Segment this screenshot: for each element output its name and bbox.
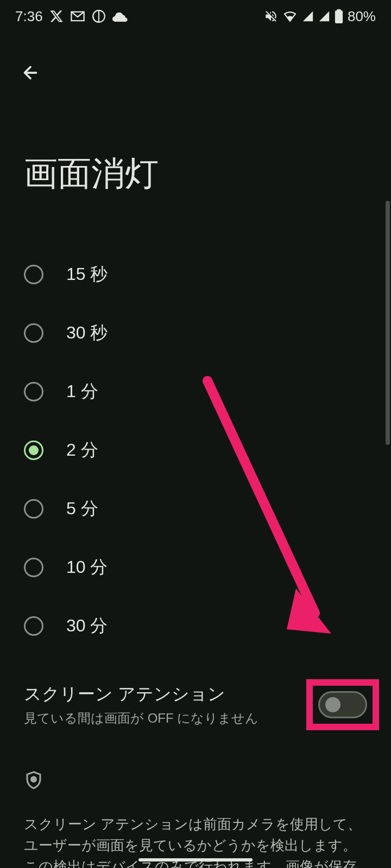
- screen-attention-toggle[interactable]: [318, 691, 367, 718]
- toggle-text: スクリーン アテンション 見ている間は画面が OFF になりません: [24, 682, 318, 727]
- radio-circle: [24, 616, 43, 636]
- radio-option-30m[interactable]: 30 分: [24, 597, 367, 655]
- radio-option-1m[interactable]: 1 分: [24, 362, 367, 421]
- radio-label: 15 秒: [66, 263, 108, 286]
- radio-option-10m[interactable]: 10 分: [24, 538, 367, 597]
- svg-rect-2: [337, 9, 340, 11]
- radio-label: 1 分: [66, 380, 98, 404]
- status-bar: 7:36 80%: [0, 0, 391, 33]
- svg-rect-1: [335, 10, 343, 23]
- toggle-knob: [325, 697, 340, 712]
- status-left: 7:36: [15, 8, 129, 25]
- signal-icon-1: [302, 10, 314, 22]
- status-time: 7:36: [15, 8, 43, 25]
- radio-circle: [24, 499, 43, 519]
- screen-attention-subtitle: 見ている間は画面が OFF になりません: [24, 710, 318, 727]
- nav-indicator[interactable]: [138, 858, 253, 861]
- radio-circle: [24, 323, 43, 343]
- x-icon: [49, 9, 64, 23]
- radio-option-30s[interactable]: 30 秒: [24, 304, 367, 362]
- toggle-container: [318, 691, 367, 718]
- radio-circle-selected: [24, 441, 43, 460]
- radio-circle: [24, 265, 43, 284]
- page-title: 画面消灯: [24, 151, 391, 196]
- radio-option-2m[interactable]: 2 分: [24, 421, 367, 480]
- battery-percentage: 80%: [348, 8, 376, 25]
- scrollbar[interactable]: [386, 201, 390, 445]
- radio-option-5m[interactable]: 5 分: [24, 480, 367, 538]
- radio-option-15s[interactable]: 15 秒: [24, 245, 367, 304]
- radio-label: 5 分: [66, 497, 98, 521]
- screen-attention-section: スクリーン アテンション 見ている間は画面が OFF になりません: [0, 672, 391, 738]
- radio-circle: [24, 558, 43, 577]
- signal-icon-2: [318, 10, 330, 22]
- radio-label: 30 秒: [66, 321, 108, 345]
- screen-attention-title: スクリーン アテンション: [24, 682, 318, 706]
- timeout-options-list: 15 秒 30 秒 1 分 2 分 5 分 10 分 30 分: [0, 245, 391, 655]
- radio-circle: [24, 382, 43, 401]
- arrow-left-icon: [21, 63, 40, 82]
- radio-label: 2 分: [66, 438, 98, 462]
- radio-label: 30 分: [66, 614, 108, 638]
- cloud-icon: [112, 10, 129, 22]
- radio-label: 10 分: [66, 556, 108, 579]
- status-right: 80%: [264, 8, 376, 25]
- mute-icon: [264, 9, 278, 23]
- wifi-icon: [282, 10, 298, 22]
- battery-icon: [335, 9, 343, 23]
- gmail-icon: [70, 10, 85, 22]
- privacy-shield-icon: [24, 770, 367, 792]
- sports-icon: [92, 9, 106, 23]
- back-button[interactable]: [17, 60, 43, 86]
- svg-point-3: [31, 777, 36, 782]
- info-section: スクリーン アテンションは前面カメラを使用して、ユーザーが画面を見ているかどうか…: [0, 770, 391, 868]
